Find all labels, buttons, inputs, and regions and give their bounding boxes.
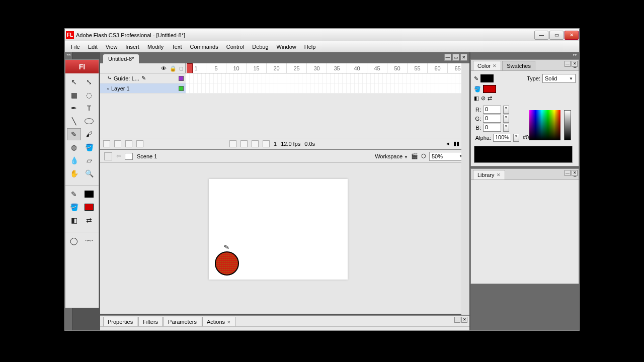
new-guide-button[interactable] [114,140,121,147]
color-spectrum[interactable] [529,110,560,140]
text-tool[interactable]: T [82,102,96,114]
layer-row-guide[interactable]: ⤷ Guide: L... ✎ [100,73,186,83]
bw-icon[interactable]: ◧ [474,95,479,102]
timeline-ruler[interactable]: 1 5 10 15 20 25 30 35 40 45 50 55 [186,63,469,73]
doc-close-button[interactable]: ✕ [460,54,467,61]
scroll-left-icon[interactable]: ◂ [446,140,449,147]
center-frame-button[interactable] [229,140,236,147]
r-stepper[interactable]: ▾ [503,106,509,114]
pencil-tool[interactable]: ✎ [67,128,81,140]
actions-tab[interactable]: Actions✕ [202,317,235,326]
menu-debug[interactable]: Debug [248,42,272,51]
eyedropper-tool[interactable]: 💧 [67,154,81,166]
collapse-arrow-icon[interactable]: ◂◂ [65,52,72,58]
paint-bucket-tool[interactable]: 🪣 [82,141,96,153]
close-icon[interactable]: ✕ [497,172,501,177]
parameters-tab[interactable]: Parameters [164,317,201,326]
close-icon[interactable]: ✕ [227,320,231,325]
selection-tool[interactable]: ↖ [67,76,81,88]
show-hide-icon[interactable]: 👁 [161,65,167,71]
panel-close-button[interactable]: ✕ [572,61,578,67]
stroke-color-icon[interactable]: ✎ [67,188,81,200]
menu-insert[interactable]: Insert [121,42,143,51]
color-tab[interactable]: Color✕ [473,61,501,70]
scroll-thumb-icon[interactable]: ▮▮ [453,140,459,147]
free-transform-tool[interactable]: ▦ [67,89,81,101]
stroke-color-swatch[interactable] [82,188,96,200]
fill-color-icon[interactable]: 🪣 [67,201,81,213]
edit-scene-button[interactable] [104,152,112,160]
nocolor-icon[interactable]: ⊘ [481,95,486,102]
vertical-scrollbar[interactable] [461,63,469,315]
menu-help[interactable]: Help [300,42,320,51]
document-tab[interactable]: Untitled-8* [103,54,139,63]
g-stepper[interactable]: ▾ [503,115,509,123]
fill-color-swatch[interactable] [483,85,496,93]
panel-collapse-button[interactable]: — [454,317,460,323]
menu-commands[interactable]: Commands [186,42,222,51]
library-tab[interactable]: Library✕ [473,170,505,179]
swap-icon[interactable]: ⇄ [488,95,492,102]
edit-multiple-button[interactable] [263,140,270,147]
filters-tab[interactable]: Filters [138,317,163,326]
menu-view[interactable]: View [102,42,122,51]
lock-icon[interactable]: 🔒 [170,65,177,72]
panel-collapse-button[interactable]: — [565,170,571,176]
lasso-tool[interactable]: ◌ [82,89,96,101]
zoom-select[interactable]: 50% ▼ [429,152,465,161]
ink-bottle-tool[interactable]: ◍ [67,141,81,153]
new-folder-button[interactable] [125,140,132,147]
line-tool[interactable]: ╲ [67,115,81,127]
new-layer-button[interactable] [103,140,110,147]
close-button[interactable]: ✕ [565,31,579,40]
panel-collapse-button[interactable]: — [565,61,571,67]
canvas-viewport[interactable]: ✎ [100,163,461,314]
doc-minimize-button[interactable]: — [444,54,451,61]
brush-tool[interactable]: 🖌 [82,128,96,140]
menu-edit[interactable]: Edit [84,42,102,51]
workspace-dropdown[interactable]: Workspace ▼ [375,153,408,159]
rectangle-tool[interactable] [82,115,96,127]
zoom-tool[interactable]: 🔍 [82,167,96,179]
onion-skin-button[interactable] [240,140,248,147]
panel-close-button[interactable]: ✕ [461,317,467,323]
swap-colors-button[interactable]: ⇄ [82,214,96,226]
drawn-circle-shape[interactable] [215,251,239,276]
properties-tab[interactable]: Properties [103,317,137,326]
back-arrow-icon[interactable]: ⇦ [116,153,121,159]
edit-symbols-icon[interactable]: ⬡ [421,153,426,159]
delete-layer-button[interactable] [136,140,143,147]
menu-window[interactable]: Window [273,42,300,51]
menu-control[interactable]: Control [222,42,248,51]
timeline-frames[interactable] [186,73,469,94]
doc-maximize-button[interactable]: ▭ [452,54,459,61]
layer-row[interactable]: ▫ Layer 1 [100,83,186,94]
b-stepper[interactable]: ▾ [503,124,509,132]
g-input[interactable]: 0 [483,115,501,123]
b-input[interactable]: 0 [483,124,501,132]
r-input[interactable]: 0 [483,106,501,114]
close-icon[interactable]: ✕ [493,63,497,68]
fill-color-swatch[interactable] [82,201,96,213]
menu-file[interactable]: File [67,42,84,51]
alpha-stepper[interactable]: ▾ [513,134,519,142]
swatches-tab[interactable]: Swatches [502,61,535,70]
outline-icon[interactable]: □ [180,65,183,71]
stroke-color-swatch[interactable] [480,74,494,82]
value-slider[interactable] [564,110,571,140]
hand-tool[interactable]: ✋ [67,167,81,179]
subselection-tool[interactable]: ⤡ [82,76,96,88]
onion-outline-button[interactable] [252,140,259,147]
maximize-button[interactable]: ▭ [549,31,564,40]
panel-close-button[interactable]: ✕ [572,170,578,176]
eraser-tool[interactable]: ▱ [82,154,96,166]
alpha-input[interactable]: 100% [493,134,511,142]
type-select[interactable]: Solid ▼ [542,74,576,83]
dock-collapse-icon[interactable]: ▸▸ [470,52,579,59]
menu-modify[interactable]: Modify [143,42,168,51]
black-white-button[interactable]: ◧ [67,214,81,226]
edit-scene-icon[interactable]: 🎬 [411,153,418,159]
pen-tool[interactable]: ✒ [67,102,81,114]
minimize-button[interactable]: — [534,31,548,40]
menu-text[interactable]: Text [168,42,186,51]
